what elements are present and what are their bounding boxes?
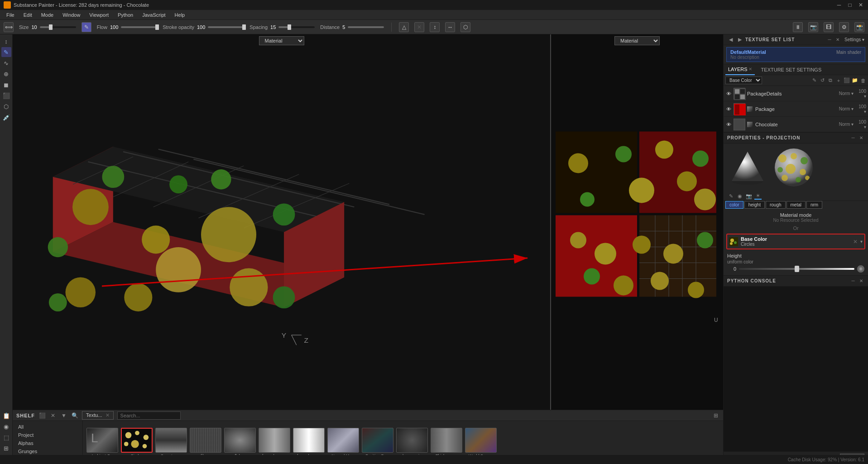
lt-mask[interactable]: ⬛ xyxy=(1,91,11,100)
height-slider[interactable] xyxy=(739,268,854,270)
layer-row-chocolate[interactable]: 👁 Chocolate Norm ▾ 100 ▾ xyxy=(724,117,868,132)
base-color-expand-btn[interactable]: ▾ xyxy=(860,239,863,244)
layers-tab-close[interactable]: ✕ xyxy=(748,67,752,72)
viewport-3d[interactable]: Material Base Color xyxy=(13,34,551,410)
maximize-button[interactable]: □ xyxy=(846,1,854,9)
props-tab-height[interactable]: height xyxy=(744,201,765,209)
viewport-2d-mode-select[interactable]: Material xyxy=(614,36,660,45)
tsl-minimize-btn[interactable]: ─ xyxy=(826,37,833,43)
layer-vis-package-details[interactable]: 👁 xyxy=(725,91,732,97)
layers-tab[interactable]: LAYERS ✕ xyxy=(725,64,755,75)
shelf-item-sheen-noise[interactable]: sheen_noise xyxy=(396,428,428,458)
size-slider[interactable] xyxy=(40,26,76,28)
props-close-btn[interactable]: ✕ xyxy=(858,135,864,141)
layer-btn-duplicate[interactable]: ⧉ xyxy=(827,77,834,84)
shelf-cat-project[interactable]: Project xyxy=(13,431,82,439)
menu-edit[interactable]: Edit xyxy=(19,10,37,20)
menu-javascript[interactable]: JavaScript xyxy=(138,10,170,20)
props-env-icon[interactable]: ☀ xyxy=(754,192,762,200)
texture-set-item-default[interactable]: DefaultMaterial Main shader No descripti… xyxy=(726,47,865,62)
shelf-item-world-spac[interactable]: World Spac... xyxy=(465,428,497,458)
render-btn[interactable]: 🎞 xyxy=(824,22,834,32)
flow-slider[interactable] xyxy=(121,26,157,28)
shelf-item-curvature[interactable]: Curvature... xyxy=(155,428,187,458)
clone-icon[interactable]: ↔ xyxy=(445,22,455,32)
tsl-settings-btn[interactable]: Settings ▾ xyxy=(844,37,864,42)
lt-layers[interactable]: 📋 xyxy=(1,411,11,421)
props-tab-nrm[interactable]: nrm xyxy=(806,201,822,209)
menu-viewport[interactable]: Viewport xyxy=(85,10,113,20)
layer-btn-refresh[interactable]: ↺ xyxy=(819,77,825,84)
lt-eyedrop[interactable]: 💉 xyxy=(1,112,11,122)
props-tab-rough[interactable]: rough xyxy=(766,201,786,209)
shelf-grid-btn[interactable]: ⊞ xyxy=(712,412,719,419)
shelf-close-btn[interactable]: ✕ xyxy=(49,412,57,419)
lt-clone[interactable]: ⊕ xyxy=(1,69,11,79)
props-material-icon[interactable]: ◉ xyxy=(736,192,743,200)
shelf-item-thickness[interactable]: Thickness... xyxy=(431,428,462,458)
shelf-filter-btn[interactable]: ▼ xyxy=(60,412,67,419)
props-tab-metal[interactable]: metal xyxy=(786,201,806,209)
menu-mode[interactable]: Mode xyxy=(37,10,58,20)
brush-mode-icon[interactable]: ✎ xyxy=(82,22,91,32)
menu-help[interactable]: Help xyxy=(170,10,190,20)
symmetry-icon[interactable]: ⟺ xyxy=(4,22,14,32)
props-minimize-btn[interactable]: ─ xyxy=(850,135,856,141)
lt-selection[interactable]: ⬡ xyxy=(1,101,11,111)
lt-materials[interactable]: ◉ xyxy=(1,421,11,431)
shelf-cat-grunges[interactable]: Grunges xyxy=(13,447,82,455)
shelf-item-flakes[interactable]: flakes xyxy=(224,428,256,458)
base-color-close-btn[interactable]: ✕ xyxy=(853,239,858,245)
props-paint-icon[interactable]: ✎ xyxy=(727,192,734,200)
layer-btn-add[interactable]: + xyxy=(835,77,842,84)
shelf-item-ambient-occlusion[interactable]: L Ambient O... xyxy=(86,428,118,458)
distance-slider[interactable] xyxy=(348,26,384,28)
lt-move[interactable]: ↕ xyxy=(1,36,11,46)
stroke-slider[interactable] xyxy=(208,26,244,28)
shelf-item-normal-ma[interactable]: Normal Ma... xyxy=(327,428,359,458)
texture-set-settings-tab[interactable]: TEXTURE SET SETTINGS xyxy=(758,64,825,75)
layer-row-package[interactable]: 👁 Package Norm ▾ 100 ▾ xyxy=(724,101,868,117)
minimize-button[interactable]: ─ xyxy=(835,1,843,9)
props-tab-color[interactable]: color xyxy=(725,201,743,209)
menu-python[interactable]: Python xyxy=(113,10,138,20)
shelf-tab-close[interactable]: ✕ xyxy=(106,412,110,418)
lt-fill[interactable]: ◼ xyxy=(1,80,11,90)
menu-file[interactable]: File xyxy=(2,10,19,20)
shelf-cat-all[interactable]: All xyxy=(13,423,82,431)
shelf-item-fresnelranges1[interactable]: fresnelranges xyxy=(259,428,290,458)
props-camera-icon[interactable]: 📷 xyxy=(745,192,753,200)
menu-window[interactable]: Window xyxy=(58,10,85,20)
lt-bake[interactable]: ⊞ xyxy=(1,443,11,453)
spacing-slider[interactable] xyxy=(278,26,315,28)
stamp-icon[interactable]: ⬡ xyxy=(460,22,470,32)
shelf-search-input[interactable] xyxy=(117,411,181,420)
shelf-cat-alphas[interactable]: Alphas xyxy=(13,439,82,447)
viewport-2d[interactable]: Material xyxy=(551,34,723,410)
shelf-item-position-de[interactable]: Position De... xyxy=(362,428,393,458)
camera-btn[interactable]: 📷 xyxy=(808,22,818,32)
lt-smudge[interactable]: ∿ xyxy=(1,58,11,68)
layer-vis-package[interactable]: 👁 xyxy=(725,106,732,112)
layer-btn-folder[interactable]: 📁 xyxy=(852,77,858,84)
viewport-3d-mode-select[interactable]: Material Base Color xyxy=(259,36,304,45)
close-button[interactable]: ✕ xyxy=(857,1,864,9)
tsl-close-btn[interactable]: ✕ xyxy=(834,37,841,43)
shelf-item-fresnelranges2[interactable]: fresnelrang... xyxy=(293,428,325,458)
settings-btn[interactable]: ⚙ xyxy=(839,22,849,32)
lt-uv[interactable]: ⬚ xyxy=(1,432,11,442)
tsl-forward-icon[interactable]: ▶ xyxy=(736,36,743,43)
python-console-minimize-btn[interactable]: ─ xyxy=(850,278,856,284)
shelf-tab-textures[interactable]: Textu... ✕ xyxy=(82,411,114,420)
shelf-item-fibers[interactable]: fibers xyxy=(190,428,221,458)
lt-paint[interactable]: ✎ xyxy=(1,47,11,57)
photo-btn[interactable]: 📸 xyxy=(854,22,864,32)
height-circle-btn[interactable] xyxy=(857,265,864,273)
layer-row-package-details[interactable]: 👁 PackageDetails Norm ▾ 100 ▾ xyxy=(724,86,868,101)
layer-btn-delete[interactable]: 🗑 xyxy=(860,77,866,84)
layer-btn-pen[interactable]: ✎ xyxy=(811,77,817,84)
symmetry-icon-2[interactable]: △ xyxy=(399,22,409,32)
layer-btn-mask[interactable]: ⬛ xyxy=(844,77,850,84)
shelf-item-circles[interactable]: Circles xyxy=(121,428,153,458)
tsl-back-icon[interactable]: ◀ xyxy=(727,36,734,43)
